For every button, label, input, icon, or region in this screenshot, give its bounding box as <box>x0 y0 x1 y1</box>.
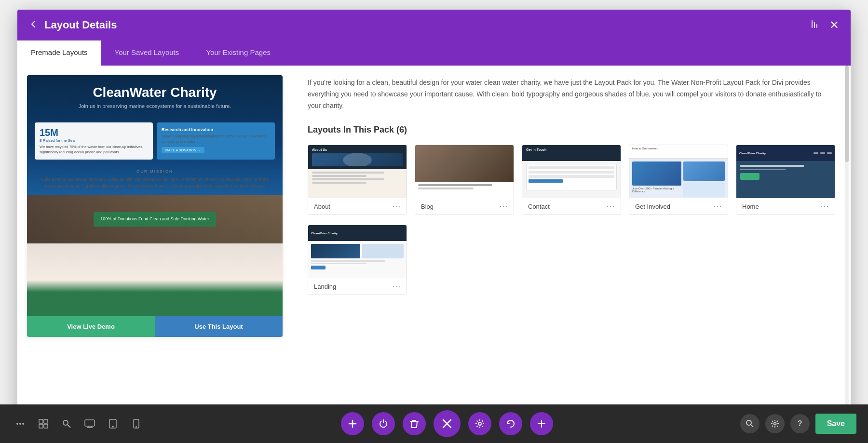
toolbar-right: ? Save <box>740 414 856 434</box>
toolbar-desktop-icon[interactable] <box>81 415 98 432</box>
thumb-home-body <box>736 161 835 198</box>
layout-footer-contact: Contact ⋯ <box>522 198 621 215</box>
layout-thumb-landing: CleanWater Charity <box>308 225 407 278</box>
layout-menu-blog[interactable]: ⋯ <box>499 202 508 211</box>
toolbar-settings-icon[interactable] <box>765 414 785 433</box>
layout-item-home[interactable]: CleanWater Charity <box>736 145 835 215</box>
toolbar-left <box>12 415 145 432</box>
thumb-blog-image <box>415 145 514 182</box>
toolbar-dots-icon[interactable] <box>12 415 29 432</box>
close-builder-button[interactable] <box>434 410 461 437</box>
svg-point-3 <box>16 423 18 425</box>
svg-rect-12 <box>85 420 95 426</box>
svg-rect-9 <box>44 424 48 428</box>
tab-premade-layouts[interactable]: Premade Layouts <box>17 40 101 66</box>
layout-menu-landing[interactable]: ⋯ <box>392 282 401 291</box>
scrollbar-thumb[interactable] <box>845 66 849 162</box>
layout-details-modal: Layout Details ✕ Premade Layouts Your Sa… <box>17 10 851 424</box>
layout-thumb-about: About Us <box>308 145 407 198</box>
svg-point-29 <box>773 423 776 425</box>
preview-hero: CleanWater Charity Join us in preserving… <box>27 75 283 119</box>
thumb-gi-right <box>683 161 725 196</box>
layout-menu-about[interactable]: ⋯ <box>392 202 401 211</box>
layout-footer-home: Home ⋯ <box>736 198 835 215</box>
thumb-blog-bottom <box>415 182 514 198</box>
toolbar-mobile-icon[interactable] <box>127 415 145 432</box>
add-element-button[interactable] <box>341 412 364 435</box>
svg-point-17 <box>112 426 113 427</box>
tab-existing-pages[interactable]: Your Existing Pages <box>192 40 284 66</box>
sync-button[interactable] <box>530 412 553 435</box>
back-button[interactable] <box>29 19 39 31</box>
charity-name: CleanWater Charity <box>37 85 273 100</box>
description-text: If you're looking for a clean, beautiful… <box>308 77 835 111</box>
mission-text: Nulla porttitor accumsan tincidunt. Quis… <box>37 176 273 189</box>
thumb-gi-left: Join Over 200+ People Making a Differenc… <box>632 161 681 196</box>
card2-title: Research and Innovation <box>162 127 270 132</box>
header-icons: ✕ <box>809 18 839 32</box>
svg-point-5 <box>22 423 24 425</box>
layout-item-about[interactable]: About Us <box>308 145 407 215</box>
layout-footer-landing: Landing ⋯ <box>308 278 407 295</box>
toolbar-grid-icon[interactable] <box>35 415 52 432</box>
preview-image-section: 100% of Donations Fund Clean and Safe Dr… <box>27 195 283 243</box>
view-live-demo-button[interactable]: View Live Demo <box>27 316 155 337</box>
save-button[interactable]: Save <box>815 414 856 434</box>
use-this-layout-button[interactable]: Use This Layout <box>155 316 283 337</box>
donation-text: 100% of Donations Fund Clean and Safe Dr… <box>94 212 216 227</box>
layout-thumb-blog <box>415 145 514 198</box>
close-icon[interactable]: ✕ <box>829 18 839 32</box>
stat-number: 15M <box>40 127 148 138</box>
svg-line-11 <box>68 425 70 428</box>
thumb-contact-bg: Get In Touch <box>522 145 621 198</box>
delete-button[interactable] <box>403 412 426 435</box>
layout-menu-get-involved[interactable]: ⋯ <box>713 202 722 211</box>
layout-name-get-involved: Get Involved <box>635 203 670 210</box>
donate-btn[interactable]: MAKE A DONATION → <box>162 147 204 153</box>
layout-item-landing[interactable]: CleanWater Charity <box>308 225 407 295</box>
thumb-contact-body <box>522 161 621 198</box>
modal-title: Layout Details <box>44 19 809 31</box>
thumb-contact-header: Get In Touch <box>522 145 621 161</box>
preview-actions: View Live Demo Use This Layout <box>27 316 283 337</box>
layout-name-about: About <box>314 203 330 210</box>
toolbar-center <box>154 410 740 437</box>
thumb-landing-header: CleanWater Charity <box>308 225 407 241</box>
research-card: Research and Innovation Showcasing ongoi… <box>157 122 275 160</box>
help-icon[interactable]: ? <box>790 414 810 433</box>
layout-menu-contact[interactable]: ⋯ <box>606 202 615 211</box>
layout-thumb-home: CleanWater Charity <box>736 145 835 198</box>
layout-name-blog: Blog <box>421 203 434 210</box>
thumb-blog-bg <box>415 145 514 198</box>
toolbar-search-icon[interactable] <box>58 415 75 432</box>
thumb-landing-body <box>308 241 407 278</box>
svg-line-28 <box>751 425 753 427</box>
scrollbar[interactable] <box>845 66 849 424</box>
pack-title: Layouts In This Pack (6) <box>308 125 835 135</box>
preview-card: CleanWater Charity Join us in preserving… <box>27 75 283 337</box>
tab-saved-layouts[interactable]: Your Saved Layouts <box>101 40 193 66</box>
bottom-toolbar: ? Save <box>0 404 868 443</box>
svg-point-10 <box>63 420 68 425</box>
svg-rect-6 <box>39 419 43 423</box>
power-button[interactable] <box>372 412 395 435</box>
settings-button[interactable] <box>468 412 491 435</box>
preview-panel: CleanWater Charity Join us in preserving… <box>17 66 292 424</box>
layout-item-contact[interactable]: Get In Touch <box>522 145 621 215</box>
preview-mission: OUR MISSION Nulla porttitor accumsan tin… <box>27 163 283 195</box>
stat-card: 15M $ Raised for the Sea We have recycle… <box>35 122 153 160</box>
layout-menu-home[interactable]: ⋯ <box>820 202 829 211</box>
modal-header: Layout Details ✕ <box>17 10 851 40</box>
thumb-contact-form <box>526 164 617 190</box>
svg-point-4 <box>19 423 21 425</box>
layouts-grid-row2: CleanWater Charity <box>308 225 835 295</box>
layout-item-blog[interactable]: Blog ⋯ <box>415 145 514 215</box>
layout-name-home: Home <box>742 203 759 210</box>
zoom-search-icon[interactable] <box>740 414 760 433</box>
svg-rect-7 <box>44 419 48 423</box>
sort-icon[interactable] <box>809 19 820 32</box>
history-button[interactable] <box>499 412 522 435</box>
toolbar-tablet-icon[interactable] <box>104 415 122 432</box>
layout-item-get-involved[interactable]: How to Get Involved Join Over 200+ Peopl… <box>629 145 728 215</box>
layout-thumb-contact: Get In Touch <box>522 145 621 198</box>
